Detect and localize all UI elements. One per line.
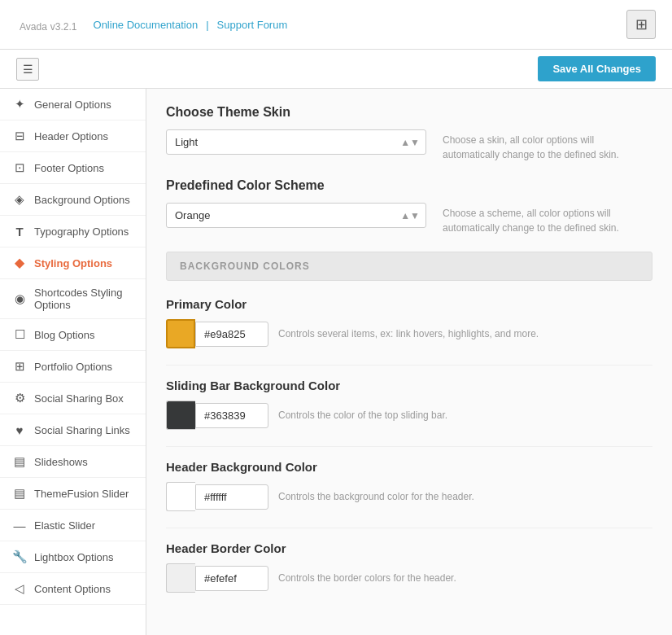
sidebar-item-label: Blog Options xyxy=(34,329,94,341)
header-bg-color-section: Header Background Color Controls the bac… xyxy=(166,460,652,511)
color-scheme-select[interactable]: Orange Blue Green Red xyxy=(166,203,426,228)
doc-link[interactable]: Online Documentation xyxy=(94,19,199,31)
sidebar-item-typography-options[interactable]: T Typography Options xyxy=(0,216,146,247)
sidebar-item-lightbox-options[interactable]: 🔧 Lightbox Options xyxy=(0,541,146,573)
header-border-swatch-input xyxy=(166,563,268,593)
sidebar-item-label: ThemeFusion Slider xyxy=(34,488,129,500)
portfolio-options-icon: ⊞ xyxy=(11,358,28,374)
sidebar-item-themefusion-slider[interactable]: ▤ ThemeFusion Slider xyxy=(0,478,146,510)
header-bg-color-row: Controls the background color for the he… xyxy=(166,482,652,511)
header-border-color-value[interactable] xyxy=(195,566,268,591)
sidebar-item-general-options[interactable]: ✦ General Options xyxy=(0,89,146,120)
sidebar-item-background-options[interactable]: ◈ Background Options xyxy=(0,184,146,216)
color-scheme-help: Choose a scheme, all color options will … xyxy=(443,203,622,235)
elastic-icon: — xyxy=(11,517,28,533)
sidebar-item-label: Social Sharing Links xyxy=(34,424,130,436)
divider-1 xyxy=(166,365,652,366)
forum-link[interactable]: Support Forum xyxy=(217,19,288,31)
save-all-button[interactable]: Save All Changes xyxy=(538,56,656,81)
sidebar-item-header-options[interactable]: ⊟ Header Options xyxy=(0,120,146,152)
sidebar-item-footer-options[interactable]: ⊡ Footer Options xyxy=(0,152,146,184)
general-options-icon: ✦ xyxy=(11,96,28,112)
theme-skin-select[interactable]: Light Dark xyxy=(166,129,426,155)
version-text: v3.2.1 xyxy=(50,21,77,33)
header-border-color-help: Controls the border colors for the heade… xyxy=(278,572,456,584)
primary-color-value[interactable] xyxy=(195,322,268,347)
sliding-bar-color-help: Controls the color of the top sliding ba… xyxy=(278,409,447,421)
header-border-color-section: Header Border Color Controls the border … xyxy=(166,541,652,593)
primary-color-swatch[interactable] xyxy=(166,319,195,348)
header-bg-color-help: Controls the background color for the he… xyxy=(278,491,474,502)
sidebar-item-social-sharing-links[interactable]: ♥ Social Sharing Links xyxy=(0,414,146,446)
primary-color-title: Primary Color xyxy=(166,297,652,311)
sidebar-item-label: Styling Options xyxy=(34,257,112,269)
logo-text: Avada xyxy=(20,21,47,33)
layout: ✦ General Options ⊟ Header Options ⊡ Foo… xyxy=(0,89,672,635)
sidebar-item-elastic-slider[interactable]: — Elastic Slider xyxy=(0,510,146,541)
sidebar-item-label: Elastic Slider xyxy=(34,519,95,532)
separator: | xyxy=(206,19,208,31)
background-options-icon: ◈ xyxy=(11,191,28,208)
sliding-bar-color-swatch[interactable] xyxy=(166,401,195,430)
sliding-bar-color-row: Controls the color of the top sliding ba… xyxy=(166,401,652,430)
header-border-color-swatch[interactable] xyxy=(166,563,195,593)
sliding-bar-swatch-input xyxy=(166,401,268,430)
theme-skin-help: Choose a skin, all color options will au… xyxy=(443,129,622,162)
sidebar-item-label: General Options xyxy=(34,99,111,111)
header-bg-swatch-input xyxy=(166,482,268,511)
sidebar-item-portfolio-options[interactable]: ⊞ Portfolio Options xyxy=(0,351,146,383)
sidebar-item-label: Slideshows xyxy=(34,456,88,468)
lightbox-icon: 🔧 xyxy=(11,549,28,565)
header-border-color-row: Controls the border colors for the heade… xyxy=(166,563,652,593)
primary-color-swatch-input xyxy=(166,319,268,348)
primary-color-section: Primary Color Controls several items, ex… xyxy=(166,297,652,348)
sidebar-item-label: Shortcodes Styling Options xyxy=(34,287,134,311)
sidebar-item-styling-options[interactable]: ◆ Styling Options xyxy=(0,247,146,279)
social-links-icon: ♥ xyxy=(11,422,28,438)
second-bar: ☰ Save All Changes xyxy=(0,50,672,89)
top-bar-links: Online Documentation | Support Forum xyxy=(94,19,288,31)
main-content: Choose Theme Skin Light Dark ▲▼ Choose a… xyxy=(146,89,672,635)
top-bar: Avadav3.2.1 Online Documentation | Suppo… xyxy=(0,0,672,50)
styling-options-icon: ◆ xyxy=(11,255,28,271)
logo: Avadav3.2.1 xyxy=(16,14,77,35)
background-colors-divider: BACKGROUND COLORS xyxy=(166,252,652,281)
settings-icon[interactable]: ⊞ xyxy=(626,10,656,39)
color-scheme-select-wrapper: Orange Blue Green Red ▲▼ xyxy=(166,203,426,228)
sidebar-item-blog-options[interactable]: ☐ Blog Options xyxy=(0,319,146,351)
sidebar-item-social-sharing-box[interactable]: ⚙ Social Sharing Box xyxy=(0,383,146,414)
sidebar-item-content-options[interactable]: ◁ Content Options xyxy=(0,573,146,605)
color-scheme-title: Predefined Color Scheme xyxy=(166,178,652,193)
header-bg-color-title: Header Background Color xyxy=(166,460,652,474)
theme-skin-title: Choose Theme Skin xyxy=(166,105,652,120)
primary-color-row: Controls several items, ex: link hovers,… xyxy=(166,319,652,348)
header-border-color-title: Header Border Color xyxy=(166,541,652,555)
sidebar-item-label: Portfolio Options xyxy=(34,361,112,373)
menu-icon: ☰ xyxy=(16,58,39,81)
divider-3 xyxy=(166,528,652,528)
sidebar: ✦ General Options ⊟ Header Options ⊡ Foo… xyxy=(0,89,146,635)
slideshows-icon: ▤ xyxy=(11,453,28,470)
color-scheme-row: Orange Blue Green Red ▲▼ Choose a scheme… xyxy=(166,203,652,235)
header-options-icon: ⊟ xyxy=(11,128,28,144)
typography-options-icon: T xyxy=(11,223,28,239)
header-bg-color-value[interactable] xyxy=(195,484,268,510)
themefusion-icon: ▤ xyxy=(11,485,28,501)
sidebar-item-slideshows[interactable]: ▤ Slideshows xyxy=(0,446,146,478)
theme-skin-select-wrapper: Light Dark ▲▼ xyxy=(166,129,426,155)
shortcodes-icon: ◉ xyxy=(11,291,28,307)
social-box-icon: ⚙ xyxy=(11,390,28,406)
sidebar-item-label: Typography Options xyxy=(34,226,129,238)
sliding-bar-color-section: Sliding Bar Background Color Controls th… xyxy=(166,379,652,430)
footer-options-icon: ⊡ xyxy=(11,160,28,176)
divider-2 xyxy=(166,446,652,447)
blog-options-icon: ☐ xyxy=(11,326,28,343)
sidebar-item-label: Content Options xyxy=(34,583,111,595)
sliding-bar-color-title: Sliding Bar Background Color xyxy=(166,379,652,392)
sliding-bar-color-value[interactable] xyxy=(195,403,268,428)
header-bg-color-swatch[interactable] xyxy=(166,482,195,511)
sidebar-item-label: Background Options xyxy=(34,194,130,206)
theme-skin-row: Light Dark ▲▼ Choose a skin, all color o… xyxy=(166,129,652,162)
sidebar-item-shortcodes-styling[interactable]: ◉ Shortcodes Styling Options xyxy=(0,279,146,319)
sidebar-item-label: Social Sharing Box xyxy=(34,392,124,405)
